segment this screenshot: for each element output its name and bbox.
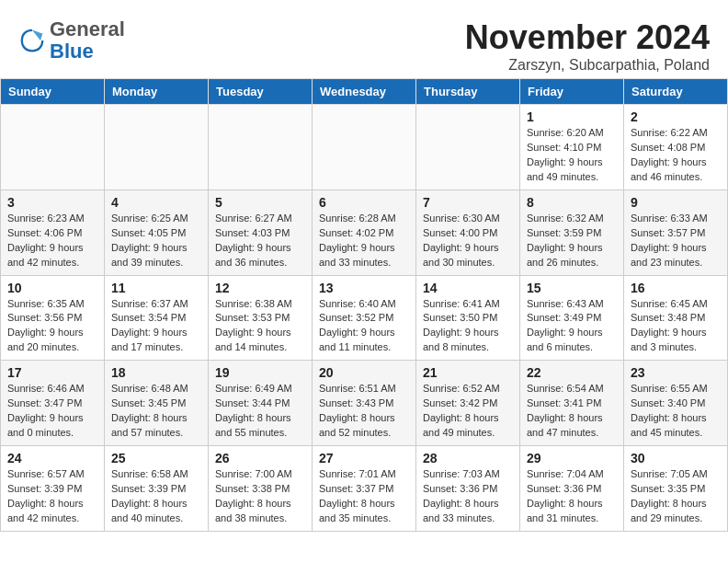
- calendar-cell: 24Sunrise: 6:57 AM Sunset: 3:39 PM Dayli…: [1, 446, 105, 532]
- day-number: 11: [111, 281, 201, 295]
- day-number: 3: [7, 195, 97, 210]
- day-number: 20: [319, 365, 409, 380]
- day-info: Sunrise: 7:00 AM Sunset: 3:38 PM Dayligh…: [215, 467, 305, 526]
- calendar-week-5: 24Sunrise: 6:57 AM Sunset: 3:39 PM Dayli…: [1, 446, 728, 532]
- day-info: Sunrise: 7:01 AM Sunset: 3:37 PM Dayligh…: [319, 467, 409, 526]
- calendar-cell: 28Sunrise: 7:03 AM Sunset: 3:36 PM Dayli…: [416, 446, 520, 532]
- day-number: 17: [7, 365, 97, 380]
- logo: General Blue: [18, 18, 125, 63]
- day-number: 19: [215, 365, 305, 380]
- day-number: 24: [7, 451, 97, 465]
- calendar-cell: 4Sunrise: 6:25 AM Sunset: 4:05 PM Daylig…: [105, 190, 209, 275]
- day-number: 1: [527, 109, 617, 124]
- day-info: Sunrise: 6:32 AM Sunset: 3:59 PM Dayligh…: [527, 212, 617, 270]
- day-number: 29: [527, 451, 617, 465]
- day-number: 5: [215, 195, 305, 210]
- calendar-cell: 13Sunrise: 6:40 AM Sunset: 3:52 PM Dayli…: [313, 275, 416, 361]
- logo-general: General: [50, 18, 125, 40]
- calendar-cell: 25Sunrise: 6:58 AM Sunset: 3:39 PM Dayli…: [105, 446, 209, 532]
- title-area: November 2024 Zarszyn, Subcarpathia, Pol…: [465, 18, 710, 74]
- col-saturday: Saturday: [624, 79, 728, 105]
- day-info: Sunrise: 7:04 AM Sunset: 3:36 PM Dayligh…: [527, 467, 617, 526]
- day-info: Sunrise: 6:27 AM Sunset: 4:03 PM Dayligh…: [215, 212, 305, 270]
- calendar-cell: 7Sunrise: 6:30 AM Sunset: 4:00 PM Daylig…: [416, 190, 520, 275]
- calendar-week-4: 17Sunrise: 6:46 AM Sunset: 3:47 PM Dayli…: [1, 361, 728, 446]
- day-info: Sunrise: 6:52 AM Sunset: 3:42 PM Dayligh…: [423, 382, 513, 441]
- day-number: 23: [631, 365, 721, 380]
- day-info: Sunrise: 7:03 AM Sunset: 3:36 PM Dayligh…: [423, 467, 513, 526]
- location-subtitle: Zarszyn, Subcarpathia, Poland: [465, 57, 710, 74]
- day-number: 12: [215, 281, 305, 295]
- day-number: 7: [423, 195, 513, 210]
- col-monday: Monday: [105, 79, 209, 105]
- calendar-cell: 26Sunrise: 7:00 AM Sunset: 3:38 PM Dayli…: [209, 446, 313, 532]
- calendar-cell: 29Sunrise: 7:04 AM Sunset: 3:36 PM Dayli…: [520, 446, 624, 532]
- calendar-cell: 23Sunrise: 6:55 AM Sunset: 3:40 PM Dayli…: [624, 361, 728, 446]
- day-info: Sunrise: 6:38 AM Sunset: 3:53 PM Dayligh…: [215, 297, 305, 356]
- day-number: 2: [631, 109, 721, 124]
- calendar-week-1: 1Sunrise: 6:20 AM Sunset: 4:10 PM Daylig…: [1, 105, 728, 190]
- calendar-cell: [313, 105, 416, 190]
- day-number: 6: [319, 195, 409, 210]
- day-info: Sunrise: 6:45 AM Sunset: 3:48 PM Dayligh…: [631, 297, 721, 356]
- day-info: Sunrise: 6:23 AM Sunset: 4:06 PM Dayligh…: [7, 212, 97, 270]
- calendar-cell: 1Sunrise: 6:20 AM Sunset: 4:10 PM Daylig…: [520, 105, 624, 190]
- col-sunday: Sunday: [1, 79, 105, 105]
- day-info: Sunrise: 6:55 AM Sunset: 3:40 PM Dayligh…: [631, 382, 721, 441]
- col-friday: Friday: [520, 79, 624, 105]
- calendar-cell: 9Sunrise: 6:33 AM Sunset: 3:57 PM Daylig…: [624, 190, 728, 275]
- calendar-cell: 3Sunrise: 6:23 AM Sunset: 4:06 PM Daylig…: [1, 190, 105, 275]
- col-wednesday: Wednesday: [313, 79, 416, 105]
- calendar-cell: 14Sunrise: 6:41 AM Sunset: 3:50 PM Dayli…: [416, 275, 520, 361]
- col-thursday: Thursday: [416, 79, 520, 105]
- day-info: Sunrise: 6:57 AM Sunset: 3:39 PM Dayligh…: [7, 467, 97, 526]
- calendar-cell: 11Sunrise: 6:37 AM Sunset: 3:54 PM Dayli…: [105, 275, 209, 361]
- calendar-cell: 19Sunrise: 6:49 AM Sunset: 3:44 PM Dayli…: [209, 361, 313, 446]
- month-title: November 2024: [465, 18, 710, 57]
- calendar-cell: 6Sunrise: 6:28 AM Sunset: 4:02 PM Daylig…: [313, 190, 416, 275]
- day-number: 30: [631, 451, 721, 465]
- calendar-cell: 12Sunrise: 6:38 AM Sunset: 3:53 PM Dayli…: [209, 275, 313, 361]
- day-info: Sunrise: 6:30 AM Sunset: 4:00 PM Dayligh…: [423, 212, 513, 270]
- calendar-header-row: Sunday Monday Tuesday Wednesday Thursday…: [1, 79, 728, 105]
- calendar-week-2: 3Sunrise: 6:23 AM Sunset: 4:06 PM Daylig…: [1, 190, 728, 275]
- day-info: Sunrise: 6:33 AM Sunset: 3:57 PM Dayligh…: [631, 212, 721, 270]
- calendar-table: Sunday Monday Tuesday Wednesday Thursday…: [0, 78, 728, 532]
- day-number: 27: [319, 451, 409, 465]
- calendar-cell: [105, 105, 209, 190]
- day-info: Sunrise: 7:05 AM Sunset: 3:35 PM Dayligh…: [631, 467, 721, 526]
- calendar-cell: 30Sunrise: 7:05 AM Sunset: 3:35 PM Dayli…: [624, 446, 728, 532]
- day-number: 28: [423, 451, 513, 465]
- calendar-week-3: 10Sunrise: 6:35 AM Sunset: 3:56 PM Dayli…: [1, 275, 728, 361]
- calendar-cell: 27Sunrise: 7:01 AM Sunset: 3:37 PM Dayli…: [313, 446, 416, 532]
- day-info: Sunrise: 6:28 AM Sunset: 4:02 PM Dayligh…: [319, 212, 409, 270]
- day-info: Sunrise: 6:58 AM Sunset: 3:39 PM Dayligh…: [111, 467, 201, 526]
- logo-icon: [18, 27, 46, 54]
- day-number: 25: [111, 451, 201, 465]
- day-number: 13: [319, 281, 409, 295]
- day-number: 16: [631, 281, 721, 295]
- day-info: Sunrise: 6:35 AM Sunset: 3:56 PM Dayligh…: [7, 297, 97, 356]
- day-info: Sunrise: 6:20 AM Sunset: 4:10 PM Dayligh…: [527, 126, 617, 185]
- day-number: 22: [527, 365, 617, 380]
- calendar-cell: 17Sunrise: 6:46 AM Sunset: 3:47 PM Dayli…: [1, 361, 105, 446]
- day-info: Sunrise: 6:37 AM Sunset: 3:54 PM Dayligh…: [111, 297, 201, 356]
- day-info: Sunrise: 6:40 AM Sunset: 3:52 PM Dayligh…: [319, 297, 409, 356]
- calendar-cell: 8Sunrise: 6:32 AM Sunset: 3:59 PM Daylig…: [520, 190, 624, 275]
- col-tuesday: Tuesday: [209, 79, 313, 105]
- calendar-cell: 10Sunrise: 6:35 AM Sunset: 3:56 PM Dayli…: [1, 275, 105, 361]
- calendar-cell: 18Sunrise: 6:48 AM Sunset: 3:45 PM Dayli…: [105, 361, 209, 446]
- day-info: Sunrise: 6:51 AM Sunset: 3:43 PM Dayligh…: [319, 382, 409, 441]
- day-number: 9: [631, 195, 721, 210]
- day-info: Sunrise: 6:48 AM Sunset: 3:45 PM Dayligh…: [111, 382, 201, 441]
- calendar-cell: 21Sunrise: 6:52 AM Sunset: 3:42 PM Dayli…: [416, 361, 520, 446]
- day-number: 10: [7, 281, 97, 295]
- calendar-cell: 2Sunrise: 6:22 AM Sunset: 4:08 PM Daylig…: [624, 105, 728, 190]
- day-number: 21: [423, 365, 513, 380]
- calendar-cell: 20Sunrise: 6:51 AM Sunset: 3:43 PM Dayli…: [313, 361, 416, 446]
- logo-blue: Blue: [50, 40, 125, 63]
- day-info: Sunrise: 6:54 AM Sunset: 3:41 PM Dayligh…: [527, 382, 617, 441]
- calendar-cell: [416, 105, 520, 190]
- day-number: 15: [527, 281, 617, 295]
- calendar-cell: [1, 105, 105, 190]
